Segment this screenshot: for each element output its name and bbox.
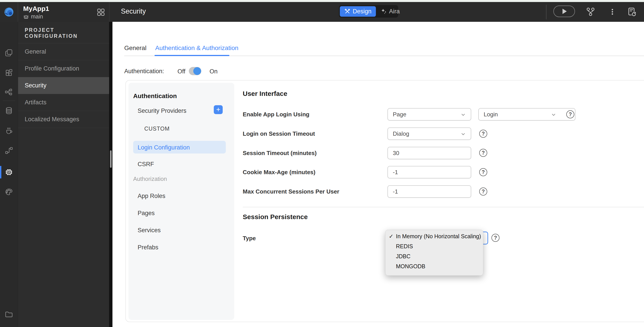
toggle-on-label: On bbox=[210, 68, 218, 75]
section-divider bbox=[243, 207, 644, 207]
label-login-on-session-timeout: Login on Session Timeout bbox=[243, 130, 315, 137]
nav-group-custom[interactable]: CUSTOM bbox=[144, 125, 170, 132]
mode-design-button[interactable]: Design bbox=[340, 6, 376, 17]
tab-general[interactable]: General bbox=[124, 44, 146, 52]
rail-item-files[interactable] bbox=[4, 310, 14, 319]
toggle-off-label: Off bbox=[178, 68, 186, 75]
activity-rail: LOG bbox=[0, 22, 18, 327]
network-branch-icon bbox=[586, 7, 596, 17]
security-nav-panel bbox=[128, 83, 234, 320]
nav-item-csrf[interactable]: CSRF bbox=[138, 161, 154, 168]
chevron-down-icon bbox=[460, 112, 466, 117]
rail-item-theme[interactable] bbox=[4, 187, 14, 197]
sidebar-item-general[interactable]: General bbox=[18, 43, 109, 60]
label-session-timeout: Session Timeout (minutes) bbox=[243, 150, 317, 157]
max-concurrent-sessions-input[interactable]: -1 bbox=[388, 185, 471, 198]
add-provider-button[interactable]: + bbox=[214, 105, 223, 114]
mode-switch: Design Aira bbox=[339, 5, 398, 17]
enable-app-login-select[interactable]: Page bbox=[388, 108, 471, 121]
check-icon: ✓ bbox=[389, 233, 394, 240]
database-icon bbox=[4, 106, 14, 115]
sidebar-item-artifacts[interactable]: Artifacts bbox=[18, 94, 109, 111]
help-icon[interactable]: ? bbox=[479, 188, 487, 196]
login-page-select[interactable]: Login bbox=[478, 108, 576, 121]
chevron-down-icon bbox=[460, 131, 466, 137]
login-on-session-timeout-select[interactable]: Dialog bbox=[388, 127, 471, 140]
rail-item-settings-active[interactable] bbox=[4, 167, 14, 177]
gear-icon bbox=[4, 167, 14, 177]
pages-icon bbox=[4, 48, 14, 58]
label-enable-app-login: Enable App Login Using bbox=[243, 111, 309, 118]
app-logo[interactable] bbox=[0, 2, 18, 22]
crown-branch-icon bbox=[23, 14, 29, 19]
cookie-max-age-input[interactable]: -1 bbox=[388, 166, 471, 178]
design-tools-icon bbox=[344, 8, 350, 14]
menu-item-in-memory-selected[interactable]: ✓ In Memory (No Horizontal Scaling) bbox=[386, 231, 483, 241]
more-options-button[interactable] bbox=[607, 6, 618, 17]
nav-heading-authorization: Authorization bbox=[133, 176, 167, 182]
rail-item-widgets[interactable] bbox=[4, 68, 14, 77]
run-preview-button[interactable] bbox=[553, 5, 575, 17]
rail-item-database[interactable] bbox=[4, 106, 14, 116]
folder-icon bbox=[4, 310, 14, 319]
sidebar-item-security[interactable]: Security bbox=[18, 77, 109, 94]
rail-divider bbox=[3, 100, 15, 101]
coffee-cup-icon bbox=[4, 126, 14, 135]
panel-scroll-gutter bbox=[109, 22, 112, 327]
project-panel-header: PROJECT CONFIGURATION bbox=[18, 22, 109, 43]
plus-icon: + bbox=[216, 105, 220, 113]
help-icon[interactable]: ? bbox=[479, 168, 487, 176]
scrollbar-thumb[interactable] bbox=[110, 150, 112, 168]
rail-item-pages[interactable] bbox=[4, 48, 14, 58]
doc-refresh-icon bbox=[627, 6, 637, 17]
rail-item-connectors[interactable] bbox=[4, 145, 14, 155]
project-configuration-panel: PROJECT CONFIGURATION General Profile Co… bbox=[18, 22, 109, 327]
widgets-icon bbox=[4, 68, 14, 77]
label-max-concurrent-sessions: Max Concurrent Sessions Per User bbox=[243, 188, 339, 195]
deploy-pipeline-button[interactable] bbox=[585, 6, 596, 17]
connector-icon bbox=[4, 146, 14, 155]
markup-refresh-button[interactable] bbox=[627, 6, 637, 17]
nav-item-app-roles[interactable]: App Roles bbox=[138, 193, 166, 200]
kebab-menu-icon bbox=[608, 7, 617, 17]
tab-authentication-authorization[interactable]: Authentication & Authorization bbox=[155, 44, 238, 52]
wavemaker-logo-icon bbox=[4, 7, 14, 17]
session-timeout-input[interactable]: 30 bbox=[388, 147, 471, 159]
hierarchy-icon bbox=[4, 87, 14, 96]
type-dropdown-menu: ✓ In Memory (No Horizontal Scaling) REDI… bbox=[385, 230, 483, 276]
toggle-knob bbox=[193, 67, 201, 75]
branch-indicator[interactable]: main bbox=[23, 13, 43, 20]
help-icon[interactable]: ? bbox=[479, 149, 487, 157]
sidebar-item-profile-configuration[interactable]: Profile Configuration bbox=[18, 60, 109, 77]
nav-item-prefabs[interactable]: Prefabs bbox=[138, 244, 158, 251]
nav-item-login-configuration-label: Login Configuration bbox=[138, 144, 190, 151]
page-title: Security bbox=[121, 7, 146, 15]
rail-item-java-services[interactable] bbox=[4, 126, 14, 136]
mode-design-label: Design bbox=[353, 8, 372, 15]
app-switcher-button[interactable] bbox=[96, 7, 106, 17]
menu-item-redis[interactable]: REDIS bbox=[386, 241, 483, 251]
nav-heading-authentication: Authentication bbox=[133, 92, 177, 100]
sparkles-icon bbox=[380, 8, 387, 15]
nav-item-services[interactable]: Services bbox=[138, 227, 161, 234]
topbar-divider bbox=[546, 5, 546, 19]
help-icon[interactable]: ? bbox=[566, 110, 574, 118]
mode-aira-button[interactable]: Aira bbox=[376, 6, 404, 17]
nav-item-pages[interactable]: Pages bbox=[138, 210, 155, 217]
branch-name: main bbox=[31, 13, 43, 20]
help-icon[interactable]: ? bbox=[492, 234, 500, 242]
sidebar-item-localized-messages[interactable]: Localized Messages bbox=[18, 111, 109, 128]
play-icon bbox=[562, 9, 567, 14]
mode-aira-label: Aira bbox=[389, 8, 400, 15]
menu-item-mongodb[interactable]: MONGODB bbox=[386, 261, 483, 271]
authentication-label: Authentication: bbox=[124, 68, 164, 75]
palette-icon bbox=[4, 187, 14, 197]
help-icon[interactable]: ? bbox=[479, 130, 487, 138]
grid-icon bbox=[96, 7, 106, 17]
rail-item-structure[interactable] bbox=[4, 87, 14, 97]
label-cookie-max-age: Cookie Max-Age (minutes) bbox=[243, 169, 316, 176]
menu-item-jdbc[interactable]: JDBC bbox=[386, 251, 483, 261]
authentication-toggle[interactable] bbox=[189, 67, 201, 75]
window-top-strip bbox=[0, 0, 644, 2]
nav-item-security-providers[interactable]: Security Providers bbox=[138, 107, 186, 114]
